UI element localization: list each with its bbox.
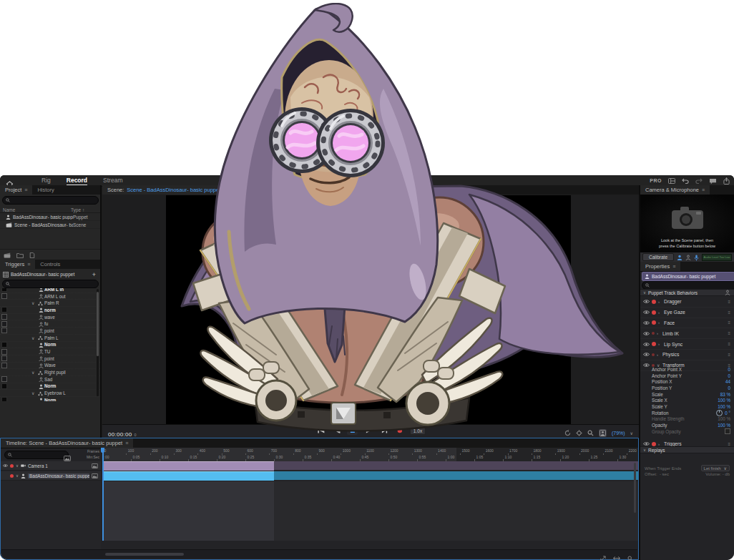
workspace-tab-record[interactable]: Record: [67, 175, 87, 186]
timeline-search-input[interactable]: [4, 451, 69, 459]
trigger-key-badge[interactable]: [1, 383, 7, 389]
tree-item-fu[interactable]: fu: [0, 320, 100, 328]
tree-item-sad[interactable]: Sad: [0, 376, 100, 383]
chevron-right-icon[interactable]: ›: [657, 331, 660, 335]
behavior-menu-icon[interactable]: ≡: [728, 331, 730, 335]
trigger-key-badge[interactable]: [1, 328, 7, 333]
project-search-input[interactable]: [2, 196, 99, 205]
tree-item-wave[interactable]: wave: [0, 314, 100, 321]
project-row-puppet[interactable]: BadAssDinosaur- basic puppetPuppet: [0, 213, 100, 221]
tab-history[interactable]: History: [32, 185, 59, 195]
chevron-down-icon[interactable]: ∨: [31, 390, 34, 396]
eye-icon[interactable]: [643, 299, 650, 304]
chevron-right-icon[interactable]: ›: [658, 310, 662, 315]
tree-item-point[interactable]: point: [0, 355, 100, 363]
eye-icon[interactable]: [643, 331, 650, 336]
step-back-button[interactable]: [331, 426, 342, 435]
tree-item-arm-l-in[interactable]: ARM L in: [0, 288, 100, 293]
chevron-down-icon[interactable]: ∨: [16, 463, 19, 468]
trigger-key-badge[interactable]: [1, 342, 7, 348]
property-value[interactable]: 0: [728, 373, 730, 378]
tree-item-right-pupil[interactable]: ∨Right pupil: [0, 369, 100, 376]
track-bar-camera-1[interactable]: [102, 461, 638, 470]
chevron-down-icon[interactable]: ∨: [630, 431, 633, 436]
tree-item-palm-r[interactable]: ∨Palm R: [0, 300, 100, 307]
track-snapshot-icon[interactable]: [92, 473, 98, 478]
project-row-scene[interactable]: Scene - BadAssDinosaur- basic puppetScen…: [0, 221, 100, 229]
arm-record-dot[interactable]: [652, 442, 656, 446]
tree-scrollbar[interactable]: [97, 289, 99, 396]
timeline-ruler[interactable]: 0100200300400500600700800900100011001200…: [102, 448, 638, 461]
property-row-position-x[interactable]: Position X44: [640, 378, 734, 385]
ruler-units[interactable]: Frames Min:Sec: [72, 448, 99, 460]
arm-record-dot[interactable]: [652, 310, 656, 315]
behavior-menu-icon[interactable]: ≡: [728, 342, 730, 346]
tree-item-norm[interactable]: norm: [0, 307, 100, 314]
tab-project[interactable]: Project≡: [0, 185, 32, 195]
zoom-timeline-icon[interactable]: [613, 551, 620, 560]
trigger-key-badge[interactable]: [1, 321, 7, 327]
eye-icon[interactable]: [643, 310, 650, 315]
behavior-row-lip-sync[interactable]: ›Lip Sync≡: [640, 339, 734, 350]
behavior-menu-icon[interactable]: ≡: [728, 320, 730, 325]
eye-icon[interactable]: [643, 352, 650, 357]
add-trigger-button[interactable]: +: [92, 271, 96, 278]
tree-item-eyebrow-l[interactable]: ∨Eyebrow L: [0, 390, 100, 397]
replays-section-header[interactable]: ∨ Replays: [640, 446, 734, 453]
scene-title-link[interactable]: Scene - BadAssDinosaur- basic puppet: [127, 185, 220, 195]
panel-menu-icon[interactable]: ≡: [27, 260, 30, 269]
property-value[interactable]: 0: [728, 367, 730, 372]
chevron-right-icon[interactable]: ›: [658, 442, 662, 446]
behavior-menu-icon[interactable]: ≡: [728, 310, 730, 315]
record-button[interactable]: [394, 426, 405, 435]
trigger-key-badge[interactable]: [1, 355, 7, 361]
playhead-line[interactable]: [102, 448, 104, 541]
property-value[interactable]: 100 %: [718, 404, 730, 409]
chevron-right-icon[interactable]: ›: [657, 353, 660, 357]
arm-record-dot[interactable]: [652, 320, 656, 325]
panel-menu-icon[interactable]: ≡: [125, 438, 128, 448]
property-row-rotation[interactable]: Rotation0 °: [640, 410, 734, 416]
property-value[interactable]: 100 %: [718, 423, 730, 428]
chevron-down-icon[interactable]: ∨: [31, 370, 34, 375]
track-header-camera-1[interactable]: ∨Camera 1: [1, 461, 101, 471]
tab-timeline[interactable]: Timeline: Scene - BadAssDinosaur- basic …: [1, 438, 133, 448]
trigger-key-badge[interactable]: [1, 363, 7, 368]
chevron-right-icon[interactable]: ›: [658, 320, 662, 325]
tree-item-arm-l-out[interactable]: ARM L out: [0, 293, 100, 300]
behavior-menu-icon[interactable]: ≡: [728, 442, 730, 446]
tree-item-norm[interactable]: Norm: [0, 397, 100, 401]
add-behavior-icon[interactable]: [725, 290, 730, 295]
panel-menu-icon[interactable]: ≡: [702, 185, 705, 195]
behavior-row-physics[interactable]: ›Physics≡: [640, 350, 734, 360]
tree-item-point[interactable]: point: [0, 328, 100, 335]
property-row-opacity[interactable]: Opacity100 %: [640, 422, 734, 428]
arm-record-dot[interactable]: [10, 474, 14, 478]
group-opacity-checkbox[interactable]: [725, 428, 730, 434]
step-forward-button[interactable]: [378, 426, 389, 435]
calibrate-button[interactable]: Calibrate: [642, 253, 674, 261]
trigger-key-badge[interactable]: [1, 293, 7, 299]
eye-icon[interactable]: [643, 320, 650, 325]
play-button[interactable]: [363, 426, 373, 435]
arm-record-dot[interactable]: [10, 464, 14, 468]
property-row-scale-y[interactable]: Scale Y100 %: [640, 403, 734, 410]
property-value[interactable]: 0 °: [725, 411, 730, 416]
property-row-anchor-point-x[interactable]: Anchor Point X0: [640, 366, 734, 373]
arm-record-dot[interactable]: [652, 342, 656, 346]
behavior-row-eye-gaze[interactable]: ›Eye Gaze≡: [640, 308, 734, 318]
chevron-down-icon[interactable]: ∨: [16, 473, 19, 478]
column-type[interactable]: Type ↑: [71, 207, 84, 212]
behavior-row-face[interactable]: ›Face≡: [640, 318, 734, 329]
tab-triggers[interactable]: Triggers≡: [0, 260, 35, 269]
property-row-position-y[interactable]: Position Y0: [640, 385, 734, 391]
tree-item-palm-l[interactable]: ∨Palm L: [0, 335, 100, 342]
property-row-group-opacity[interactable]: Group Opacity: [640, 428, 734, 435]
trigger-key-badge[interactable]: [1, 307, 7, 313]
tab-properties[interactable]: Properties≡: [640, 262, 680, 271]
timeline-work-area[interactable]: [102, 481, 274, 541]
trigger-key-badge[interactable]: [1, 288, 7, 292]
property-row-anchor-point-y[interactable]: Anchor Point Y0: [640, 373, 734, 379]
tree-item-tu[interactable]: TU: [0, 348, 100, 355]
property-row-scale[interactable]: Scale83 %: [640, 391, 734, 398]
